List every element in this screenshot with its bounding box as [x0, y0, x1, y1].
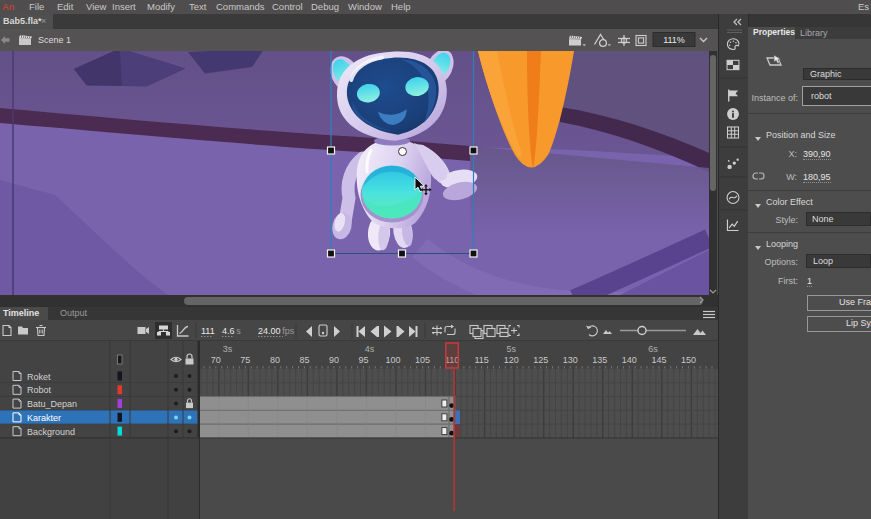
svg-text:95: 95 [358, 355, 368, 365]
svg-text:105: 105 [415, 355, 430, 365]
svg-text:24.00 fps: 24.00 fps [258, 326, 295, 336]
svg-text:115: 115 [474, 355, 488, 365]
svg-text:125: 125 [533, 355, 548, 365]
svg-text:Karakter: Karakter [27, 413, 61, 423]
svg-text:111: 111 [201, 326, 215, 336]
svg-text:4s: 4s [365, 344, 375, 354]
svg-text:85: 85 [299, 355, 309, 365]
svg-text:80: 80 [270, 355, 280, 365]
svg-text:145: 145 [651, 355, 666, 365]
svg-text:Roket: Roket [27, 372, 51, 382]
svg-text:75: 75 [240, 355, 250, 365]
svg-text:Robot: Robot [27, 385, 52, 395]
svg-text:6s: 6s [648, 344, 658, 354]
svg-text:100: 100 [385, 355, 400, 365]
svg-text:70: 70 [211, 355, 221, 365]
svg-text:Batu_Depan: Batu_Depan [27, 399, 77, 409]
svg-text:140: 140 [622, 355, 637, 365]
svg-text:Background: Background [27, 427, 75, 437]
svg-text:5s: 5s [506, 344, 516, 354]
svg-text:120: 120 [504, 355, 519, 365]
svg-text:4.6 s: 4.6 s [222, 326, 241, 336]
svg-text:150: 150 [681, 355, 696, 365]
svg-text:135: 135 [592, 355, 607, 365]
svg-text:90: 90 [329, 355, 339, 365]
svg-text:130: 130 [563, 355, 578, 365]
svg-text:3s: 3s [223, 344, 233, 354]
